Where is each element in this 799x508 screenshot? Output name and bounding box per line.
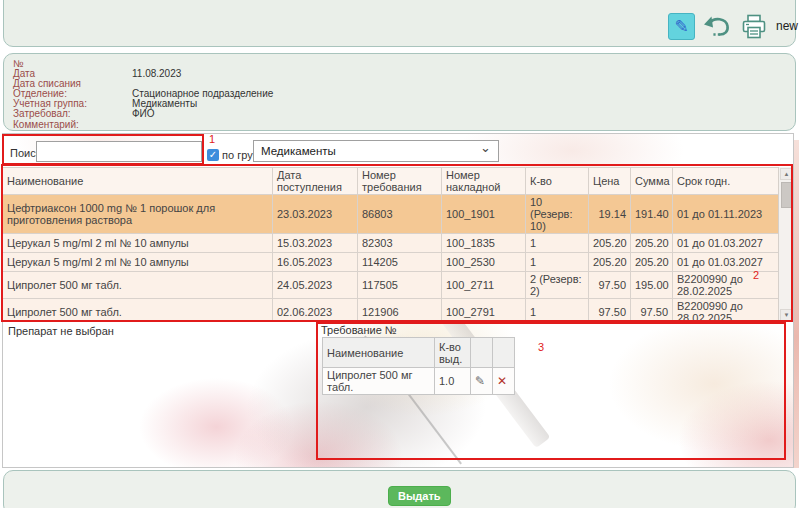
stock-cell-name: Ципролет 500 мг табл. xyxy=(3,299,273,323)
stock-cell-qty: 1 xyxy=(526,299,589,323)
stock-cell-price: 97.50 xyxy=(589,299,631,323)
annotation-number-3: 3 xyxy=(538,341,544,353)
stock-cell-req_no: 86803 xyxy=(358,195,442,234)
group-select-value: Медикаменты xyxy=(261,145,336,157)
no-drug-selected-label: Препарат не выбран xyxy=(8,325,114,337)
document-form-panel: №Дата11.08.2023Дата списанияОтделение:Ст… xyxy=(3,53,796,131)
undo-button[interactable] xyxy=(703,15,733,45)
stock-cell-name: Ципролет 500 мг табл. xyxy=(3,272,273,299)
stock-cell-invoice_no: 100_1835 xyxy=(442,234,526,253)
column-header[interactable]: Цена xyxy=(589,168,631,195)
req-edit-cell[interactable]: ✎ xyxy=(471,368,493,395)
vertical-scrollbar[interactable]: ▲ ▼ xyxy=(778,167,793,322)
check-icon: ✓ xyxy=(209,149,217,160)
field-value: 11.08.2023 xyxy=(132,69,181,79)
pencil-icon: ✎ xyxy=(674,18,688,35)
edit-pencil-icon[interactable]: ✎ xyxy=(475,374,485,388)
column-header[interactable]: Сумма xyxy=(631,168,673,195)
annotation-number-1: 1 xyxy=(209,133,215,145)
form-field-row: Дата11.08.2023 xyxy=(13,69,795,79)
requirement-table: НаименованиеК-во выд. Ципролет 500 мг та… xyxy=(322,337,515,395)
stock-cell-expiry: В2200990 до 28.02.2025 xyxy=(673,272,779,299)
new-mode-label: new xyxy=(776,19,798,33)
stock-cell-sum: 97.50 xyxy=(631,299,673,323)
stock-cell-name: Церукал 5 mg/ml 2 ml № 10 ампулы xyxy=(3,253,273,272)
req-column-header: К-во выд. xyxy=(435,338,471,368)
app-window: ✎ new №Дата11.08.2023Дата списанияОтделе… xyxy=(0,0,799,508)
stock-cell-expiry: В2200990 до 28.02.2025 xyxy=(673,299,779,323)
scrollbar-thumb[interactable] xyxy=(781,182,792,208)
stock-cell-req_no: 117505 xyxy=(358,272,442,299)
stock-table: НаименованиеДата поступленияНомер требов… xyxy=(2,167,793,322)
req-delete-cell[interactable]: ✕ xyxy=(493,368,515,395)
column-header[interactable]: Срок годн. xyxy=(673,168,779,195)
stock-cell-expiry: 01 до 01.03.2027 xyxy=(673,234,779,253)
req-column-header: Наименование xyxy=(323,338,435,368)
stock-cell-req_no: 121906 xyxy=(358,299,442,323)
requirement-title: Требование № xyxy=(321,324,397,336)
field-value: ФИО xyxy=(132,109,155,119)
annotation-number-2: 2 xyxy=(753,269,759,281)
scroll-up-icon[interactable]: ▲ xyxy=(780,168,793,180)
stock-cell-date: 15.03.2023 xyxy=(273,234,358,253)
field-label: Комментарий: xyxy=(13,120,132,130)
column-header[interactable]: Номер требования xyxy=(358,168,442,195)
undo-icon xyxy=(703,15,733,41)
form-fields: №Дата11.08.2023Дата списанияОтделение:Ст… xyxy=(13,59,795,130)
search-input[interactable] xyxy=(36,141,202,162)
column-header[interactable]: Наименование xyxy=(3,168,273,195)
group-checkbox[interactable]: ✓ xyxy=(207,149,219,161)
stock-cell-qty: 1 xyxy=(526,234,589,253)
column-header[interactable]: К-во xyxy=(526,168,589,195)
scroll-down-icon[interactable]: ▼ xyxy=(780,309,793,321)
req-column-header xyxy=(471,338,493,368)
chevron-down-icon: ⌄ xyxy=(480,138,491,158)
stock-cell-req_no: 114205 xyxy=(358,253,442,272)
form-field-row: Комментарий: xyxy=(13,120,795,130)
stock-cell-qty: 1 xyxy=(526,253,589,272)
stock-cell-sum: 205.20 xyxy=(631,253,673,272)
form-field-row: Учетная группа:Медикаменты xyxy=(13,99,795,109)
edit-button[interactable]: ✎ xyxy=(668,13,695,40)
print-button[interactable] xyxy=(740,13,768,45)
stock-cell-date: 16.05.2023 xyxy=(273,253,358,272)
printer-icon xyxy=(740,13,768,41)
stock-cell-price: 205.20 xyxy=(589,234,631,253)
stock-cell-invoice_no: 100_2530 xyxy=(442,253,526,272)
stock-cell-sum: 195.00 xyxy=(631,272,673,299)
stock-cell-date: 23.03.2023 xyxy=(273,195,358,234)
stock-row[interactable]: Ципролет 500 мг табл.24.05.2023117505100… xyxy=(3,272,779,299)
stock-cell-date: 24.05.2023 xyxy=(273,272,358,299)
delete-x-icon[interactable]: ✕ xyxy=(497,374,507,388)
requirement-row: Ципролет 500 мг табл.1.0✎✕ xyxy=(323,368,515,395)
req-qty-cell: 1.0 xyxy=(435,368,471,395)
form-field-row: Отделение:Стационарное подразделение xyxy=(13,89,795,99)
group-select[interactable]: Медикаменты ⌄ xyxy=(253,140,499,162)
column-header[interactable]: Дата поступления xyxy=(273,168,358,195)
issue-button[interactable]: Выдать xyxy=(388,486,451,506)
stock-cell-price: 19.14 xyxy=(589,195,631,234)
stock-cell-sum: 191.40 xyxy=(631,195,673,234)
stock-cell-date: 02.06.2023 xyxy=(273,299,358,323)
stock-row[interactable]: Церукал 5 mg/ml 2 ml № 10 ампулы16.05.20… xyxy=(3,253,779,272)
requirement-table-header: НаименованиеК-во выд. xyxy=(323,338,515,368)
stock-row[interactable]: Ципролет 500 мг табл.02.06.2023121906100… xyxy=(3,299,779,323)
stock-cell-name: Цефтриаксон 1000 mg № 1 порошок для приг… xyxy=(3,195,273,234)
stock-cell-qty: 2 (Резерв: 2) xyxy=(526,272,589,299)
form-field-row: № xyxy=(13,59,795,69)
column-header[interactable]: Номер накладной xyxy=(442,168,526,195)
form-field-row: Дата списания xyxy=(13,79,795,89)
section-divider xyxy=(316,323,317,452)
stock-cell-invoice_no: 100_2711 xyxy=(442,272,526,299)
stock-cell-name: Церукал 5 mg/ml 2 ml № 10 ампулы xyxy=(3,234,273,253)
form-field-row: Затребовал:ФИО xyxy=(13,109,795,119)
stock-cell-expiry: 01 до 01.03.2027 xyxy=(673,253,779,272)
stock-row[interactable]: Церукал 5 mg/ml 2 ml № 10 ампулы15.03.20… xyxy=(3,234,779,253)
req-name-cell: Ципролет 500 мг табл. xyxy=(323,368,435,395)
stock-cell-expiry: 01 до 01.11.2023 xyxy=(673,195,779,234)
stock-row[interactable]: Цефтриаксон 1000 mg № 1 порошок для приг… xyxy=(3,195,779,234)
stock-cell-price: 205.20 xyxy=(589,253,631,272)
stock-cell-invoice_no: 100_2791 xyxy=(442,299,526,323)
stock-cell-qty: 10 (Резерв: 10) xyxy=(526,195,589,234)
stock-cell-invoice_no: 100_1901 xyxy=(442,195,526,234)
